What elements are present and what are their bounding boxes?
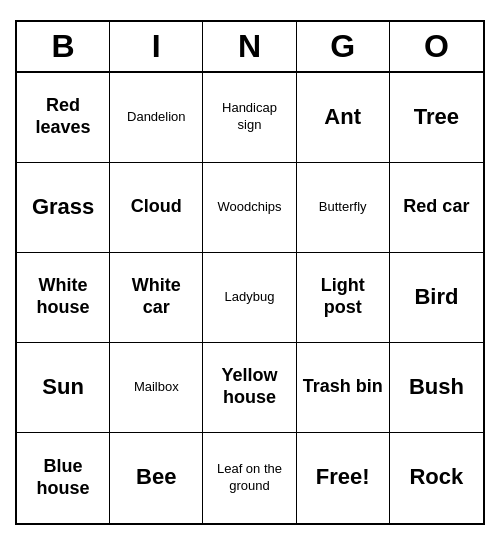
cell-text-19: Bush	[409, 374, 464, 400]
cell-text-12: Ladybug	[225, 289, 275, 306]
bingo-header: B I N G O	[17, 22, 483, 73]
cell-text-4: Tree	[414, 104, 459, 130]
cell-text-6: Cloud	[131, 196, 182, 218]
bingo-cell-23[interactable]: Free!	[297, 433, 390, 523]
bingo-cell-5[interactable]: Grass	[17, 163, 110, 253]
bingo-cell-11[interactable]: White car	[110, 253, 203, 343]
bingo-cell-17[interactable]: Yellow house	[203, 343, 296, 433]
bingo-cell-0[interactable]: Red leaves	[17, 73, 110, 163]
bingo-cell-18[interactable]: Trash bin	[297, 343, 390, 433]
bingo-cell-4[interactable]: Tree	[390, 73, 483, 163]
header-n: N	[203, 22, 296, 71]
bingo-cell-21[interactable]: Bee	[110, 433, 203, 523]
cell-text-11: White car	[116, 275, 196, 318]
bingo-cell-3[interactable]: Ant	[297, 73, 390, 163]
cell-text-20: Blue house	[23, 456, 103, 499]
cell-text-2: Handicap sign	[209, 100, 289, 134]
bingo-cell-1[interactable]: Dandelion	[110, 73, 203, 163]
bingo-cell-9[interactable]: Red car	[390, 163, 483, 253]
cell-text-16: Mailbox	[134, 379, 179, 396]
cell-text-21: Bee	[136, 464, 176, 490]
bingo-cell-20[interactable]: Blue house	[17, 433, 110, 523]
bingo-cell-24[interactable]: Rock	[390, 433, 483, 523]
bingo-grid: Red leavesDandelionHandicap signAntTreeG…	[17, 73, 483, 523]
bingo-cell-6[interactable]: Cloud	[110, 163, 203, 253]
cell-text-1: Dandelion	[127, 109, 186, 126]
cell-text-8: Butterfly	[319, 199, 367, 216]
bingo-cell-10[interactable]: White house	[17, 253, 110, 343]
bingo-cell-19[interactable]: Bush	[390, 343, 483, 433]
cell-text-22: Leaf on the ground	[209, 461, 289, 495]
bingo-card: B I N G O Red leavesDandelionHandicap si…	[15, 20, 485, 525]
cell-text-17: Yellow house	[209, 365, 289, 408]
header-i: I	[110, 22, 203, 71]
cell-text-7: Woodchips	[217, 199, 281, 216]
header-b: B	[17, 22, 110, 71]
bingo-cell-22[interactable]: Leaf on the ground	[203, 433, 296, 523]
cell-text-3: Ant	[324, 104, 361, 130]
cell-text-9: Red car	[403, 196, 469, 218]
cell-text-24: Rock	[409, 464, 463, 490]
cell-text-18: Trash bin	[303, 376, 383, 398]
bingo-cell-14[interactable]: Bird	[390, 253, 483, 343]
bingo-cell-12[interactable]: Ladybug	[203, 253, 296, 343]
header-g: G	[297, 22, 390, 71]
cell-text-14: Bird	[414, 284, 458, 310]
cell-text-0: Red leaves	[23, 95, 103, 138]
bingo-cell-2[interactable]: Handicap sign	[203, 73, 296, 163]
cell-text-10: White house	[23, 275, 103, 318]
bingo-cell-7[interactable]: Woodchips	[203, 163, 296, 253]
cell-text-5: Grass	[32, 194, 94, 220]
bingo-cell-8[interactable]: Butterfly	[297, 163, 390, 253]
bingo-cell-13[interactable]: Light post	[297, 253, 390, 343]
bingo-cell-15[interactable]: Sun	[17, 343, 110, 433]
cell-text-23: Free!	[316, 464, 370, 490]
bingo-cell-16[interactable]: Mailbox	[110, 343, 203, 433]
header-o: O	[390, 22, 483, 71]
cell-text-13: Light post	[303, 275, 383, 318]
cell-text-15: Sun	[42, 374, 84, 400]
